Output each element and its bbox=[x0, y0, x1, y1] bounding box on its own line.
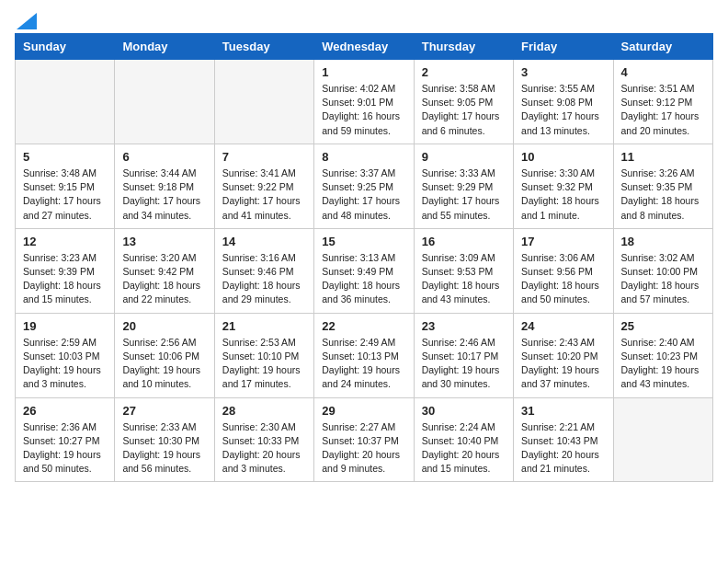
day-detail: Sunrise: 3:55 AM Sunset: 9:08 PM Dayligh… bbox=[521, 82, 605, 138]
col-header-saturday: Saturday bbox=[613, 34, 712, 60]
day-detail: Sunrise: 3:33 AM Sunset: 9:29 PM Dayligh… bbox=[422, 167, 506, 223]
day-number: 9 bbox=[422, 150, 506, 164]
calendar-cell: 9Sunrise: 3:33 AM Sunset: 9:29 PM Daylig… bbox=[414, 144, 513, 228]
day-number: 21 bbox=[222, 319, 306, 333]
col-header-monday: Monday bbox=[115, 34, 214, 60]
col-header-wednesday: Wednesday bbox=[314, 34, 414, 60]
day-detail: Sunrise: 3:44 AM Sunset: 9:18 PM Dayligh… bbox=[122, 167, 206, 223]
day-number: 25 bbox=[621, 319, 705, 333]
day-number: 12 bbox=[23, 235, 107, 248]
calendar-week-row: 1Sunrise: 4:02 AM Sunset: 9:01 PM Daylig… bbox=[16, 60, 713, 144]
day-detail: Sunrise: 2:40 AM Sunset: 10:23 PM Daylig… bbox=[621, 336, 705, 392]
day-detail: Sunrise: 2:33 AM Sunset: 10:30 PM Daylig… bbox=[122, 420, 206, 477]
calendar-cell: 8Sunrise: 3:37 AM Sunset: 9:25 PM Daylig… bbox=[314, 144, 414, 228]
calendar-cell: 14Sunrise: 3:16 AM Sunset: 9:46 PM Dayli… bbox=[214, 228, 313, 313]
logo-icon bbox=[17, 13, 37, 29]
day-detail: Sunrise: 2:27 AM Sunset: 10:37 PM Daylig… bbox=[322, 420, 405, 477]
calendar-cell: 30Sunrise: 2:24 AM Sunset: 10:40 PM Dayl… bbox=[414, 397, 513, 482]
col-header-sunday: Sunday bbox=[16, 34, 115, 60]
calendar-cell: 23Sunrise: 2:46 AM Sunset: 10:17 PM Dayl… bbox=[414, 313, 513, 397]
calendar-cell: 13Sunrise: 3:20 AM Sunset: 9:42 PM Dayli… bbox=[115, 228, 214, 313]
day-detail: Sunrise: 3:02 AM Sunset: 10:00 PM Daylig… bbox=[621, 251, 705, 307]
day-number: 24 bbox=[521, 319, 605, 333]
day-detail: Sunrise: 3:16 AM Sunset: 9:46 PM Dayligh… bbox=[222, 251, 306, 307]
calendar-cell: 28Sunrise: 2:30 AM Sunset: 10:33 PM Dayl… bbox=[214, 397, 313, 482]
day-number: 27 bbox=[122, 404, 206, 418]
day-detail: Sunrise: 3:51 AM Sunset: 9:12 PM Dayligh… bbox=[621, 82, 705, 138]
calendar-cell bbox=[214, 60, 313, 144]
calendar-cell: 10Sunrise: 3:30 AM Sunset: 9:32 PM Dayli… bbox=[514, 144, 613, 228]
day-number: 16 bbox=[422, 235, 506, 248]
calendar-week-row: 19Sunrise: 2:59 AM Sunset: 10:03 PM Dayl… bbox=[16, 313, 713, 397]
calendar-cell: 3Sunrise: 3:55 AM Sunset: 9:08 PM Daylig… bbox=[514, 60, 613, 144]
day-detail: Sunrise: 3:37 AM Sunset: 9:25 PM Dayligh… bbox=[322, 167, 405, 223]
col-header-thursday: Thursday bbox=[414, 34, 513, 60]
svg-marker-0 bbox=[17, 13, 37, 29]
day-number: 2 bbox=[422, 65, 506, 79]
calendar-cell: 17Sunrise: 3:06 AM Sunset: 9:56 PM Dayli… bbox=[514, 228, 613, 313]
day-detail: Sunrise: 3:06 AM Sunset: 9:56 PM Dayligh… bbox=[521, 251, 605, 307]
day-number: 4 bbox=[621, 65, 705, 79]
day-detail: Sunrise: 3:26 AM Sunset: 9:35 PM Dayligh… bbox=[621, 167, 705, 223]
day-detail: Sunrise: 3:23 AM Sunset: 9:39 PM Dayligh… bbox=[23, 251, 107, 307]
day-number: 6 bbox=[122, 150, 206, 164]
day-detail: Sunrise: 2:56 AM Sunset: 10:06 PM Daylig… bbox=[122, 336, 206, 392]
day-detail: Sunrise: 3:41 AM Sunset: 9:22 PM Dayligh… bbox=[222, 167, 306, 223]
day-detail: Sunrise: 2:59 AM Sunset: 10:03 PM Daylig… bbox=[23, 336, 107, 392]
day-detail: Sunrise: 2:46 AM Sunset: 10:17 PM Daylig… bbox=[422, 336, 506, 392]
day-detail: Sunrise: 3:58 AM Sunset: 9:05 PM Dayligh… bbox=[422, 82, 506, 138]
calendar-cell bbox=[16, 60, 115, 144]
day-number: 22 bbox=[322, 319, 405, 333]
day-number: 1 bbox=[322, 65, 405, 79]
calendar-cell: 21Sunrise: 2:53 AM Sunset: 10:10 PM Dayl… bbox=[214, 313, 313, 397]
day-detail: Sunrise: 3:09 AM Sunset: 9:53 PM Dayligh… bbox=[422, 251, 506, 307]
calendar-cell: 31Sunrise: 2:21 AM Sunset: 10:43 PM Dayl… bbox=[514, 397, 613, 482]
calendar-cell: 20Sunrise: 2:56 AM Sunset: 10:06 PM Dayl… bbox=[115, 313, 214, 397]
day-detail: Sunrise: 4:02 AM Sunset: 9:01 PM Dayligh… bbox=[322, 82, 405, 138]
day-number: 18 bbox=[621, 235, 705, 248]
day-detail: Sunrise: 2:21 AM Sunset: 10:43 PM Daylig… bbox=[521, 420, 605, 477]
calendar-cell: 5Sunrise: 3:48 AM Sunset: 9:15 PM Daylig… bbox=[16, 144, 115, 228]
day-detail: Sunrise: 3:20 AM Sunset: 9:42 PM Dayligh… bbox=[122, 251, 206, 307]
calendar-cell: 29Sunrise: 2:27 AM Sunset: 10:37 PM Dayl… bbox=[314, 397, 414, 482]
day-number: 7 bbox=[222, 150, 306, 164]
day-number: 3 bbox=[521, 65, 605, 79]
calendar-cell: 2Sunrise: 3:58 AM Sunset: 9:05 PM Daylig… bbox=[414, 60, 513, 144]
calendar-cell: 24Sunrise: 2:43 AM Sunset: 10:20 PM Dayl… bbox=[514, 313, 613, 397]
calendar-cell bbox=[613, 397, 712, 482]
day-number: 19 bbox=[23, 319, 107, 333]
day-number: 8 bbox=[322, 150, 405, 164]
calendar-cell: 16Sunrise: 3:09 AM Sunset: 9:53 PM Dayli… bbox=[414, 228, 513, 313]
day-number: 13 bbox=[122, 235, 206, 248]
day-detail: Sunrise: 3:13 AM Sunset: 9:49 PM Dayligh… bbox=[322, 251, 405, 307]
page-header bbox=[15, 15, 713, 26]
calendar-cell bbox=[115, 60, 214, 144]
calendar-cell: 4Sunrise: 3:51 AM Sunset: 9:12 PM Daylig… bbox=[613, 60, 712, 144]
calendar-cell: 25Sunrise: 2:40 AM Sunset: 10:23 PM Dayl… bbox=[613, 313, 712, 397]
calendar-cell: 18Sunrise: 3:02 AM Sunset: 10:00 PM Dayl… bbox=[613, 228, 712, 313]
calendar-cell: 12Sunrise: 3:23 AM Sunset: 9:39 PM Dayli… bbox=[16, 228, 115, 313]
day-detail: Sunrise: 2:43 AM Sunset: 10:20 PM Daylig… bbox=[521, 336, 605, 392]
calendar-cell: 15Sunrise: 3:13 AM Sunset: 9:49 PM Dayli… bbox=[314, 228, 414, 313]
calendar-cell: 22Sunrise: 2:49 AM Sunset: 10:13 PM Dayl… bbox=[314, 313, 414, 397]
day-number: 26 bbox=[23, 404, 107, 418]
day-detail: Sunrise: 2:24 AM Sunset: 10:40 PM Daylig… bbox=[422, 420, 506, 477]
calendar-week-row: 26Sunrise: 2:36 AM Sunset: 10:27 PM Dayl… bbox=[16, 397, 713, 482]
col-header-friday: Friday bbox=[514, 34, 613, 60]
calendar-week-row: 5Sunrise: 3:48 AM Sunset: 9:15 PM Daylig… bbox=[16, 144, 713, 228]
day-detail: Sunrise: 3:48 AM Sunset: 9:15 PM Dayligh… bbox=[23, 167, 107, 223]
calendar-cell: 7Sunrise: 3:41 AM Sunset: 9:22 PM Daylig… bbox=[214, 144, 313, 228]
calendar-cell: 26Sunrise: 2:36 AM Sunset: 10:27 PM Dayl… bbox=[16, 397, 115, 482]
col-header-tuesday: Tuesday bbox=[214, 34, 313, 60]
day-number: 17 bbox=[521, 235, 605, 248]
day-number: 29 bbox=[322, 404, 405, 418]
day-number: 30 bbox=[422, 404, 506, 418]
day-number: 23 bbox=[422, 319, 506, 333]
day-detail: Sunrise: 2:49 AM Sunset: 10:13 PM Daylig… bbox=[322, 336, 405, 392]
day-detail: Sunrise: 2:53 AM Sunset: 10:10 PM Daylig… bbox=[222, 336, 306, 392]
calendar-cell: 27Sunrise: 2:33 AM Sunset: 10:30 PM Dayl… bbox=[115, 397, 214, 482]
calendar-cell: 19Sunrise: 2:59 AM Sunset: 10:03 PM Dayl… bbox=[16, 313, 115, 397]
day-number: 11 bbox=[621, 150, 705, 164]
day-number: 31 bbox=[521, 404, 605, 418]
day-detail: Sunrise: 2:36 AM Sunset: 10:27 PM Daylig… bbox=[23, 420, 107, 477]
